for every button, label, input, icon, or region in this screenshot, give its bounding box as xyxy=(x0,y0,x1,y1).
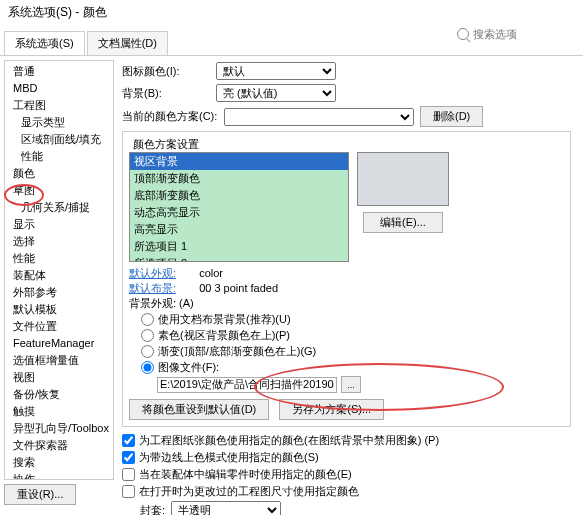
edit-color-button[interactable]: 编辑(E)... xyxy=(363,212,443,233)
label-envelope: 封套: xyxy=(140,503,165,516)
list-item[interactable]: 所选项目 2 xyxy=(130,255,348,262)
radio-label: 图像文件(F): xyxy=(158,360,219,375)
tree-item[interactable]: 视图 xyxy=(7,369,111,386)
cb-label: 在打开时为更改过的工程图尺寸使用指定颜色 xyxy=(139,484,359,499)
tree-item[interactable]: FeatureManager xyxy=(7,335,111,352)
list-item[interactable]: 高亮显示 xyxy=(130,221,348,238)
list-item[interactable]: 动态高亮显示 xyxy=(130,204,348,221)
radio-plain[interactable] xyxy=(141,329,154,342)
tree-item[interactable]: 显示 xyxy=(7,216,111,233)
tree-item[interactable]: 文件探索器 xyxy=(7,437,111,454)
color-scheme-listbox[interactable]: 视区背景 顶部渐变颜色 底部渐变颜色 动态高亮显示 高亮显示 所选项目 1 所选… xyxy=(129,152,349,262)
radio-gradient[interactable] xyxy=(141,345,154,358)
search-input[interactable] xyxy=(473,28,573,40)
tab-system-options[interactable]: 系统选项(S) xyxy=(4,31,85,55)
reset-button[interactable]: 重设(R)... xyxy=(4,484,76,505)
delete-scheme-button[interactable]: 删除(D) xyxy=(420,106,483,127)
options-tree[interactable]: 普通 MBD 工程图 显示类型 区域剖面线/填充 性能 颜色 草图 几何关系/捕… xyxy=(4,60,114,480)
tree-item[interactable]: 备份/恢复 xyxy=(7,386,111,403)
tree-item[interactable]: 搜索 xyxy=(7,454,111,471)
save-scheme-button[interactable]: 另存为方案(S)... xyxy=(279,399,384,420)
select-current-scheme[interactable] xyxy=(224,108,414,126)
tree-item[interactable]: MBD xyxy=(7,80,111,97)
radio-label: 渐变(顶部/底部渐变颜色在上)(G) xyxy=(158,344,316,359)
list-item[interactable]: 视区背景 xyxy=(130,153,348,170)
tree-item[interactable]: 异型孔向导/Toolbox xyxy=(7,420,111,437)
tree-item[interactable]: 触摸 xyxy=(7,403,111,420)
label-current-scheme: 当前的颜色方案(C): xyxy=(122,109,218,124)
list-item[interactable]: 顶部渐变颜色 xyxy=(130,170,348,187)
tree-item[interactable]: 工程图 xyxy=(7,97,111,114)
link-default-bg[interactable]: 默认布景: xyxy=(129,282,176,294)
color-name: color xyxy=(199,267,223,279)
cb-changed-dim-color[interactable] xyxy=(122,485,135,498)
cb-label: 当在装配体中编辑零件时使用指定的颜色(E) xyxy=(139,467,352,482)
tree-item[interactable]: 区域剖面线/填充 xyxy=(7,131,111,148)
label-bg-exterior: 背景外观: (A) xyxy=(129,296,564,311)
cb-label: 为工程图纸张颜色使用指定的颜色(在图纸背景中禁用图象) (P) xyxy=(139,433,439,448)
list-item[interactable]: 底部渐变颜色 xyxy=(130,187,348,204)
select-envelope[interactable]: 半透明 xyxy=(171,501,281,515)
window-title: 系统选项(S) - 颜色 xyxy=(0,0,583,25)
tree-item[interactable]: 普通 xyxy=(7,63,111,80)
cb-edge-shade-color[interactable] xyxy=(122,451,135,464)
tree-item[interactable]: 协作 xyxy=(7,471,111,480)
radio-label: 素色(视区背景颜色在上)(P) xyxy=(158,328,290,343)
reset-colors-button[interactable]: 将颜色重设到默认值(D) xyxy=(129,399,269,420)
image-path-input[interactable] xyxy=(157,377,337,393)
cb-label: 为带边线上色模式使用指定的颜色(S) xyxy=(139,450,319,465)
cb-assembly-edit-color[interactable] xyxy=(122,468,135,481)
browse-button[interactable]: ... xyxy=(341,376,361,393)
fieldset-color-scheme: 颜色方案设置 xyxy=(129,137,203,152)
radio-label: 使用文档布景背景(推荐)(U) xyxy=(158,312,291,327)
search-bar xyxy=(457,28,573,40)
label-icon-color: 图标颜色(I): xyxy=(122,64,212,79)
radio-image-file[interactable] xyxy=(141,361,154,374)
radio-doc-bg[interactable] xyxy=(141,313,154,326)
tree-item[interactable]: 显示类型 xyxy=(7,114,111,131)
tree-item[interactable]: 几何关系/捕捉 xyxy=(7,199,111,216)
cb-drawing-paper-color[interactable] xyxy=(122,434,135,447)
select-background[interactable]: 亮 (默认值) xyxy=(216,84,336,102)
tab-document-properties[interactable]: 文档属性(D) xyxy=(87,31,168,55)
color-preview xyxy=(357,152,449,206)
link-default-exterior[interactable]: 默认外观: xyxy=(129,267,176,279)
tree-item[interactable]: 性能 xyxy=(7,250,111,267)
tree-item[interactable]: 性能 xyxy=(7,148,111,165)
tree-item[interactable]: 外部参考 xyxy=(7,284,111,301)
color-desc: 00 3 point faded xyxy=(199,282,278,294)
search-icon xyxy=(457,28,469,40)
tree-item-colors[interactable]: 颜色 xyxy=(7,165,111,182)
tree-item[interactable]: 选择 xyxy=(7,233,111,250)
label-background: 背景(B): xyxy=(122,86,212,101)
tree-item[interactable]: 文件位置 xyxy=(7,318,111,335)
tree-item[interactable]: 草图 xyxy=(7,182,111,199)
tree-item[interactable]: 选值框增量值 xyxy=(7,352,111,369)
select-icon-color[interactable]: 默认 xyxy=(216,62,336,80)
tree-item[interactable]: 默认模板 xyxy=(7,301,111,318)
tree-item[interactable]: 装配体 xyxy=(7,267,111,284)
list-item[interactable]: 所选项目 1 xyxy=(130,238,348,255)
